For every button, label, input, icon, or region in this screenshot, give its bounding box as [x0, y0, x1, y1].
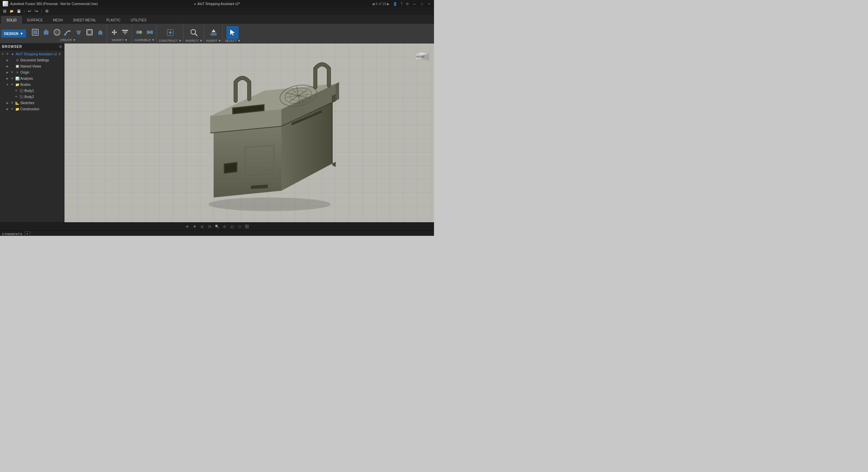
- named-views-label: Named Views: [20, 64, 41, 68]
- body2-eye[interactable]: 👁: [14, 95, 18, 99]
- inspect-btn[interactable]: [188, 26, 200, 39]
- tab-surface[interactable]: SURFACE: [22, 16, 48, 24]
- qt-undo[interactable]: ↩: [27, 8, 32, 14]
- viewport[interactable]: FRONT: [64, 43, 434, 222]
- select-btn[interactable]: [226, 26, 239, 39]
- body1-icon: ⬛: [19, 88, 24, 93]
- doc-settings-expand[interactable]: ▶: [5, 58, 9, 62]
- loft-btn[interactable]: [74, 27, 84, 37]
- status-zoom-icon[interactable]: 🔍: [214, 224, 220, 230]
- tree-analysis[interactable]: ▶ 👁 📊 Analysis: [0, 75, 64, 81]
- new-component-btn[interactable]: [30, 27, 40, 37]
- joint-btn[interactable]: [134, 27, 144, 37]
- select-label: SELECT ▼: [225, 39, 240, 43]
- title-bar-right: ◀ 6 of 10 ▶ 👤 ? ⚙ — □ ×: [372, 2, 431, 6]
- close-button[interactable]: ×: [427, 2, 431, 6]
- create-more-btn[interactable]: [95, 27, 105, 37]
- qt-new[interactable]: ⊞: [2, 8, 7, 14]
- move-btn[interactable]: [109, 27, 119, 37]
- svg-marker-3: [44, 29, 48, 31]
- status-zoom-out-icon[interactable]: ⊖: [221, 224, 228, 230]
- nav-arrows: ◀ 6 of 10 ▶: [372, 2, 390, 6]
- tree-root[interactable]: ▼ 👁 ● AIoT Shopping Assistant v2 ⚙: [0, 51, 64, 57]
- qt-redo[interactable]: ↪: [34, 8, 39, 14]
- sweep-btn[interactable]: [63, 27, 73, 37]
- maximize-button[interactable]: □: [420, 2, 424, 6]
- minimize-button[interactable]: —: [412, 2, 416, 6]
- sketches-label: Sketches: [20, 101, 34, 105]
- extrude-btn[interactable]: [41, 27, 51, 37]
- tab-solid[interactable]: SOLID: [1, 16, 22, 24]
- status-view-icon[interactable]: ◱: [229, 224, 235, 230]
- named-views-expand[interactable]: ▶: [5, 64, 9, 68]
- qt-save[interactable]: 💾: [16, 9, 22, 13]
- design-arrow: ▼: [20, 32, 23, 36]
- tab-utilities[interactable]: UTILITIES: [125, 16, 152, 24]
- svg-rect-13: [124, 33, 126, 34]
- root-settings-icon[interactable]: ⚙: [58, 52, 61, 56]
- bodies-eye[interactable]: 👁: [10, 82, 14, 87]
- status-display-icon[interactable]: ⬡: [236, 224, 242, 230]
- rigid-joint-btn[interactable]: [145, 27, 155, 37]
- tree-origin[interactable]: ▶ 👁 ✕ Origin: [0, 69, 64, 75]
- construct-btn[interactable]: [164, 26, 176, 39]
- select-section: SELECT ▼: [223, 25, 242, 42]
- sketches-eye[interactable]: 👁: [10, 101, 14, 105]
- root-eye-icon[interactable]: 👁: [5, 52, 9, 56]
- svg-marker-30: [214, 123, 281, 197]
- align-btn[interactable]: [120, 27, 130, 37]
- body1-label: Body1: [24, 89, 34, 93]
- insert-btn[interactable]: [208, 26, 220, 39]
- design-dropdown[interactable]: DESIGN ▼: [1, 30, 26, 38]
- named-views-icon: 🔲: [15, 64, 20, 69]
- analysis-eye[interactable]: 👁: [10, 76, 14, 80]
- modify-tools: [109, 25, 130, 38]
- status-effects-icon[interactable]: ⬛: [244, 224, 250, 230]
- svg-rect-2: [44, 31, 48, 35]
- tab-mesh[interactable]: MESH: [48, 16, 68, 24]
- construct-label: CONSTRUCT ▼: [159, 39, 182, 43]
- status-pan-icon[interactable]: ✥: [192, 224, 198, 230]
- tree-body1[interactable]: ▶ 👁 ⬛ Body1: [0, 88, 64, 94]
- tab-sheet-metal[interactable]: SHEET METAL: [68, 16, 101, 24]
- root-label: AIoT Shopping Assistant v2: [16, 52, 57, 56]
- status-zoom-fit-icon[interactable]: ⊡: [206, 224, 213, 230]
- construction-expand[interactable]: ▶: [5, 107, 9, 111]
- tree-bodies[interactable]: ▼ 👁 📁 Bodies: [0, 81, 64, 88]
- tree-doc-settings[interactable]: ▶ ⚙ Document Settings: [0, 57, 64, 63]
- cube-navigator[interactable]: FRONT: [410, 47, 431, 67]
- construction-eye[interactable]: 👁: [10, 107, 14, 111]
- analysis-expand[interactable]: ▶: [5, 76, 9, 80]
- modify-section: MODIFY ▼: [108, 25, 132, 42]
- tree-sketches[interactable]: ▶ 👁 📐 Sketches: [0, 100, 64, 106]
- qt-settings[interactable]: ⚙: [44, 8, 50, 14]
- shell-btn[interactable]: [84, 27, 95, 37]
- tree-body2[interactable]: ▶ 👁 ⬛ Body2: [0, 94, 64, 100]
- bodies-expand[interactable]: ▼: [5, 82, 9, 87]
- assemble-tools: [134, 25, 155, 38]
- svg-rect-17: [147, 31, 150, 34]
- browser-header: BROWSER ⚙: [0, 43, 64, 50]
- tab-plastic[interactable]: PLASTIC: [101, 16, 126, 24]
- origin-label: Origin: [20, 71, 29, 74]
- sketches-expand[interactable]: ▶: [5, 101, 9, 105]
- root-expand-icon[interactable]: ▼: [1, 52, 5, 56]
- svg-marker-28: [230, 30, 235, 36]
- tree-construction[interactable]: ▶ 👁 📁 Construction: [0, 106, 64, 112]
- revolve-btn[interactable]: [52, 27, 62, 37]
- add-comment-button[interactable]: +: [25, 231, 30, 236]
- origin-eye[interactable]: 👁: [10, 70, 14, 74]
- body1-eye[interactable]: 👁: [14, 89, 18, 93]
- status-home-icon[interactable]: ⊕: [184, 224, 190, 230]
- analysis-label: Analysis: [20, 77, 33, 80]
- status-orbit-icon[interactable]: ◎: [199, 224, 205, 230]
- origin-expand[interactable]: ▶: [5, 70, 9, 74]
- browser-settings-icon[interactable]: ⚙: [59, 45, 62, 49]
- tree-named-views[interactable]: ▶ 🔲 Named Views: [0, 63, 64, 69]
- create-tools: [30, 25, 105, 38]
- svg-rect-18: [150, 31, 153, 34]
- svg-rect-10: [88, 31, 91, 34]
- svg-point-7: [64, 34, 66, 36]
- status-icons: ⊕ ✥ ◎ ⊡ 🔍 ⊖ ◱ ⬡ ⬛: [3, 224, 431, 230]
- qt-open[interactable]: 📂: [9, 9, 15, 13]
